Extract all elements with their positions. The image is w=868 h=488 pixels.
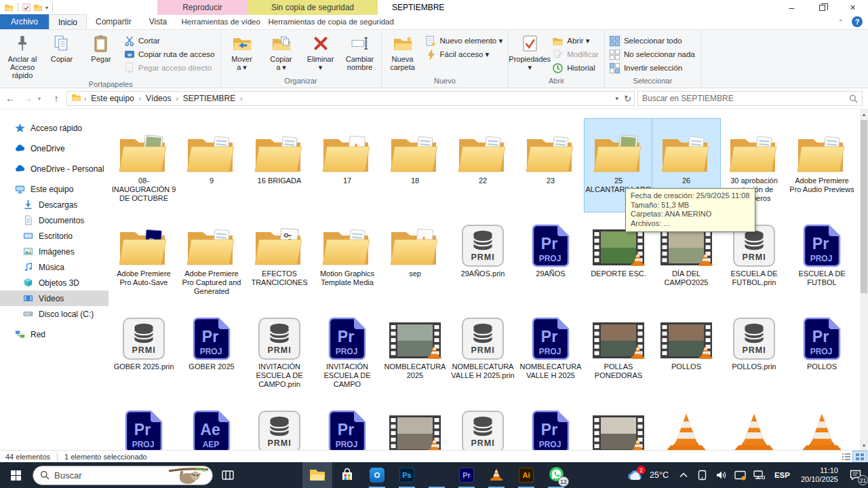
taskbar-app-copilot[interactable] [243,462,273,488]
help-icon[interactable]: ? [852,16,863,27]
file-invitacion-escuela-de-campo[interactable]: PrPROJINVITACIÓN ESCUELA DE CAMPO [313,305,381,398]
cast-icon[interactable] [732,462,749,488]
cortar-button[interactable]: Cortar [121,34,219,48]
file-motion-graphics-template-media[interactable]: Motion Graphics Template Media [313,212,381,305]
file-08-inauguracion-9-de-octubre[interactable]: 08-INAUGURACIÓN 9 DE OCTUBRE [110,119,178,212]
crumb-separator[interactable]: › [240,95,242,102]
crumb-septiembre[interactable]: SEPTIEMBRE [180,94,239,103]
scroll-up-icon[interactable]: ▲ [860,109,868,119]
modificar-button[interactable]: Modificar [549,48,603,61]
mover-a-button[interactable]: Movera ▾ [222,31,262,76]
tray-chevron-icon[interactable] [675,462,692,488]
tab-compartir[interactable]: Compartir [87,14,140,29]
file-item-35[interactable]: AeAEP [178,398,245,450]
copiar-button[interactable]: Copiar [42,31,81,79]
crumb-separator[interactable]: › [139,95,141,102]
scroll-down-icon[interactable]: ▼ [860,440,868,450]
close-button[interactable]: × [837,0,868,15]
file-item-40[interactable]: PrPROJ [517,398,585,450]
pegar-button[interactable]: Pegar [81,31,121,79]
file-adobe-premiere-pro-audio-previews[interactable]: Adobe Premiere Pro Audio Previews [788,119,856,212]
file-17[interactable]: 17 [313,119,381,212]
phone-link-icon[interactable] [694,462,711,488]
file-item-42[interactable] [652,398,720,450]
up-button[interactable]: ↑ [49,93,64,104]
task-view-button[interactable] [213,462,243,488]
anclar-al-acceso-rapido-button[interactable]: Anclar alAcceso rápido [3,31,42,79]
recent-locations-icon[interactable]: ▾ [38,96,46,102]
historial-button[interactable]: Historial [549,61,603,75]
language-indicator[interactable]: ESP [774,471,790,479]
sidebar-item-objetos-3d[interactable]: Objetos 3D [0,275,108,290]
tab-inicio[interactable]: Inicio [49,14,87,29]
sidebar-item-documentos[interactable]: Documentos [0,212,108,228]
thumbnails-view-icon[interactable] [853,451,867,462]
copiar-ruta-de-acceso-button[interactable]: wCopiar ruta de acceso [121,48,219,61]
crumb-este-equipo[interactable]: Este equipo [87,94,137,103]
sidebar-item-musica[interactable]: Música [0,259,108,275]
cambiar-nombre-button[interactable]: Cambiarnombre [340,31,380,76]
no-seleccionar-nada-button[interactable]: No seleccionar nada [606,48,699,61]
search-input[interactable] [642,94,849,103]
file-item-39[interactable]: PRMI [449,398,517,450]
seleccionar-todo-button[interactable]: Seleccionar todo [606,34,699,48]
sidebar-item-este-equipo[interactable]: Este equipo [0,181,108,197]
minimize-button[interactable]: – [776,0,807,15]
eliminar-button[interactable]: Eliminar▾ [301,31,340,76]
start-button[interactable] [0,462,31,488]
file-23[interactable]: 23 [517,119,585,212]
back-button[interactable]: ← [3,93,18,104]
properties-check-icon[interactable] [22,3,31,12]
network-icon[interactable] [751,462,768,488]
nueva-carpeta-button[interactable]: Nuevacarpeta [383,31,422,76]
crumb-videos[interactable]: Vídeos [142,94,174,103]
vertical-scrollbar[interactable]: ▲ ▼ [860,109,868,450]
facil-acceso-button[interactable]: Fácil acceso ▾ [422,48,507,61]
copiar-a-button[interactable]: Copiara ▾ [262,31,301,76]
taskbar-app-explorer[interactable] [302,462,332,488]
file-escuela-de-futbol[interactable]: PrPROJESCUELA DE FUTBOL [788,212,856,305]
file-adobe-premiere-pro-auto-save[interactable]: PrAdobe Premiere Pro Auto-Save [110,212,178,305]
file-item-37[interactable]: PrPROJ [313,398,381,450]
sidebar-item-imagenes[interactable]: Imágenes [0,244,108,259]
taskbar-search[interactable] [33,466,213,485]
notifications-button[interactable]: 21 [845,462,865,488]
sidebar-item-red[interactable]: Red [0,326,108,342]
file-item-36[interactable]: PRMI [245,398,313,450]
file-pollos[interactable]: PrPROJPOLLOS [788,305,856,398]
clock[interactable]: 11:10 20/10/2025 [801,466,838,484]
sidebar-item-onedrive-personal[interactable]: OneDrive - Personal [0,161,108,176]
breadcrumb[interactable]: › Este equipo›Vídeos›SEPTIEMBRE› ▾ ↻ [66,91,635,106]
tab-herramientas-de-video[interactable]: Herramientas de vídeo [176,14,266,29]
file-16-brigada[interactable]: 16 BRIGADA [245,119,313,212]
qat-dropdown-icon[interactable]: ▾ [45,5,48,11]
file-item-41[interactable] [585,398,652,450]
taskbar-app-store[interactable] [332,462,362,488]
address-dropdown-icon[interactable]: ▾ [616,95,619,102]
sidebar-item-escritorio[interactable]: Escritorio [0,228,108,244]
invertir-seleccion-button[interactable]: Invertir selección [606,61,699,75]
collapse-ribbon-icon[interactable]: ⌃ [838,18,844,26]
taskbar-app-photoshop[interactable]: Ps [392,462,422,488]
taskbar-app-edge[interactable] [273,462,302,488]
taskbar-app-vlc[interactable] [481,462,511,488]
file-item-34[interactable]: PrPROJ [110,398,178,450]
volume-icon[interactable] [713,462,730,488]
details-view-icon[interactable] [840,451,853,462]
tab-herramientas-de-copia-de-seguridad[interactable]: Herramientas de copia de seguridad [266,14,396,29]
backup-tools-header[interactable]: Sin copia de seguridad [248,0,378,15]
file-pollos-prin[interactable]: PRMIPOLLOS.prin [720,305,788,398]
crumb-separator[interactable]: › [176,95,178,102]
sidebar-item-acceso-rapido[interactable]: Acceso rápido [0,120,108,136]
file-sep[interactable]: sep [381,212,449,305]
file-item-38[interactable] [381,398,449,450]
taskbar-app-illustrator[interactable]: Ai [511,462,541,488]
taskbar-app-outlook[interactable]: O [362,462,392,488]
file-29anos-prin[interactable]: PRMI29AÑOS.prin [449,212,517,305]
file-22[interactable]: 22 [449,119,517,212]
scrollbar-thumb[interactable] [861,120,867,293]
file-9[interactable]: 9 [178,119,245,212]
file-item-43[interactable] [720,398,788,450]
taskbar-search-input[interactable] [54,470,163,481]
video-tools-header[interactable]: Reproducir [157,0,248,15]
